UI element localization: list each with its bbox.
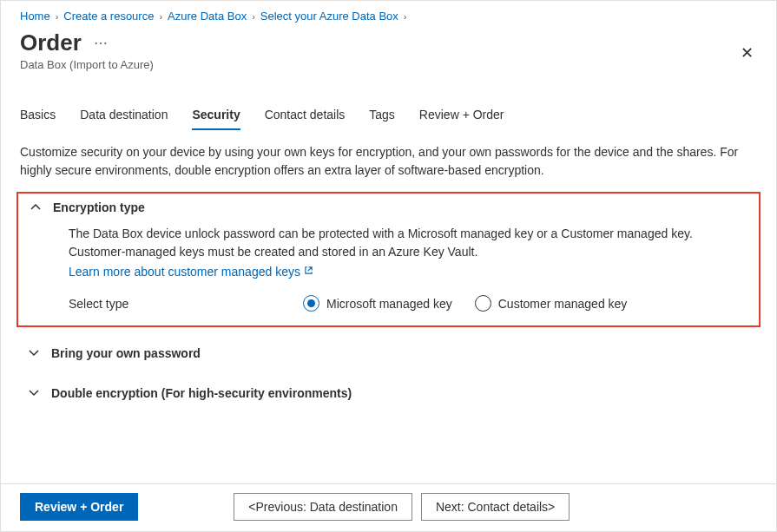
page-header: Order ⋯ Data Box (Import to Azure) ✕ xyxy=(1,26,776,71)
breadcrumb-link-home[interactable]: Home xyxy=(20,10,50,23)
radio-icon xyxy=(303,295,319,312)
encryption-type-radio-group: Microsoft managed key Customer managed k… xyxy=(303,295,627,312)
chevron-right-icon: › xyxy=(404,11,407,22)
chevron-down-icon xyxy=(29,390,39,397)
accordion-encryption-header[interactable]: Encryption type xyxy=(18,194,759,221)
radio-microsoft-managed[interactable]: Microsoft managed key xyxy=(303,295,452,312)
learn-more-link[interactable]: Learn more about customer managed keys xyxy=(69,263,313,281)
page-title: Order xyxy=(20,30,82,56)
tab-data-destination[interactable]: Data destination xyxy=(80,102,168,130)
intro-text: Customize security on your device by usi… xyxy=(1,131,776,180)
external-link-icon xyxy=(304,265,313,279)
radio-customer-managed[interactable]: Customer managed key xyxy=(475,295,628,312)
chevron-up-icon xyxy=(30,204,41,211)
tab-security[interactable]: Security xyxy=(192,102,240,130)
review-order-button[interactable]: Review + Order xyxy=(20,493,138,521)
previous-button[interactable]: <Previous: Data destination xyxy=(234,493,412,521)
accordion-double-encryption-header[interactable]: Double encryption (For high-security env… xyxy=(16,379,761,407)
tab-contact-details[interactable]: Contact details xyxy=(265,102,346,130)
radio-icon xyxy=(475,295,491,312)
accordion-double-encryption-title: Double encryption (For high-security env… xyxy=(51,386,352,400)
tabs: Basics Data destination Security Contact… xyxy=(1,102,776,131)
select-type-label: Select type xyxy=(69,297,303,311)
chevron-right-icon: › xyxy=(252,11,255,22)
footer: Review + Order <Previous: Data destinati… xyxy=(1,483,776,531)
breadcrumb-link-select-databox[interactable]: Select your Azure Data Box xyxy=(260,10,398,23)
accordion-byop-header[interactable]: Bring your own password xyxy=(16,339,761,367)
encryption-description: The Data Box device unlock password can … xyxy=(69,227,693,259)
page-subtitle: Data Box (Import to Azure) xyxy=(20,58,734,71)
chevron-right-icon: › xyxy=(56,11,59,22)
tab-tags[interactable]: Tags xyxy=(369,102,395,130)
breadcrumb: Home › Create a resource › Azure Data Bo… xyxy=(1,1,776,26)
chevron-right-icon: › xyxy=(159,11,162,22)
tab-basics[interactable]: Basics xyxy=(20,102,56,130)
accordion-byop-title: Bring your own password xyxy=(51,346,201,360)
tab-review-order[interactable]: Review + Order xyxy=(419,102,504,130)
next-button[interactable]: Next: Contact details> xyxy=(421,493,570,521)
breadcrumb-link-azure-data-box[interactable]: Azure Data Box xyxy=(168,10,247,23)
breadcrumb-link-create-resource[interactable]: Create a resource xyxy=(63,10,154,23)
encryption-section-highlight: Encryption type The Data Box device unlo… xyxy=(16,192,761,327)
accordion-encryption-title: Encryption type xyxy=(53,200,145,214)
more-dots-icon[interactable]: ⋯ xyxy=(94,35,109,51)
close-icon[interactable]: ✕ xyxy=(734,38,761,68)
chevron-down-icon xyxy=(29,350,39,357)
